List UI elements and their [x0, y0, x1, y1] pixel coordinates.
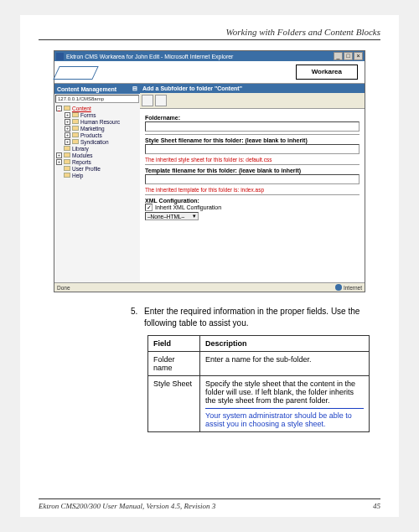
stylesheet-input[interactable]	[145, 144, 360, 154]
expand-icon[interactable]: +	[65, 112, 70, 118]
address-bar[interactable]: 127.0.0.1/CMS8amp	[55, 95, 139, 103]
logo-row: Workarea	[54, 61, 365, 84]
status-right: Internet	[344, 285, 362, 291]
maximize-button[interactable]: □	[344, 52, 353, 60]
expand-icon[interactable]: +	[65, 119, 70, 125]
folder-icon	[64, 106, 70, 111]
inherit-xml-row: ✓ Inherit XML Configuration	[145, 204, 360, 211]
window-controls: _ □ ×	[334, 52, 363, 60]
back-button[interactable]	[155, 95, 167, 106]
window-title: Ektron CMS Workarea for John Edit - Micr…	[66, 54, 233, 59]
fields-table: Field Description Folder name Enter a na…	[147, 335, 370, 432]
foldername-input[interactable]	[145, 121, 360, 132]
tree-item-library[interactable]: Library	[56, 145, 138, 152]
table-row: Style Sheet Specify the style sheet that…	[148, 376, 370, 432]
tree-item-user-profile[interactable]: User Profile	[56, 165, 138, 172]
status-bar: Done Internet	[54, 282, 365, 292]
table-row: Folder name Enter a name for the sub-fol…	[148, 352, 370, 376]
cell-desc: Enter a name for the sub-folder.	[200, 352, 370, 376]
admin-note: Your system administrator should be able…	[205, 408, 364, 428]
collapse-icon[interactable]: -	[56, 106, 62, 111]
xml-config-label: XML Configuration:	[145, 198, 360, 204]
content-area: Content Management ⊟ 127.0.0.1/CMS8amp -…	[54, 84, 365, 282]
ie-icon	[56, 53, 64, 60]
expand-icon[interactable]: +	[65, 132, 70, 138]
inherited-css-hint: The inherited style sheet for this folde…	[145, 157, 360, 163]
folder-icon	[64, 152, 70, 158]
tree-item-reports[interactable]: +Reports	[56, 158, 138, 165]
col-header-description: Description	[200, 336, 370, 352]
table-header-row: Field Description	[148, 336, 370, 352]
tree-item-hr[interactable]: +Human Resourc	[56, 118, 138, 125]
folder-icon	[72, 139, 79, 144]
ektron-logo	[54, 61, 122, 83]
folder-icon	[64, 166, 70, 171]
tree-item-marketing[interactable]: +Marketing	[56, 125, 138, 132]
inherit-xml-checkbox[interactable]: ✓	[145, 204, 153, 211]
cell-field: Folder name	[148, 352, 200, 376]
cell-desc: Specify the style sheet that the content…	[200, 376, 370, 432]
inherited-tpl-hint: The inherited template for this folder i…	[145, 187, 360, 193]
folder-icon	[72, 119, 79, 124]
chevron-down-icon: ▾	[193, 213, 196, 220]
tree-item-content[interactable]: -Content	[56, 105, 138, 111]
internet-zone-icon	[335, 284, 342, 291]
window-titlebar: Ektron CMS Workarea for John Edit - Micr…	[54, 51, 365, 61]
col-header-field: Field	[148, 336, 200, 352]
tree-item-modules[interactable]: +Modules	[56, 152, 138, 158]
expand-icon[interactable]: +	[65, 139, 70, 145]
page: Working with Folders and Content Blocks …	[20, 15, 399, 517]
form-body: Foldername: Style Sheet filename for thi…	[140, 109, 365, 282]
page-number: 45	[373, 502, 380, 510]
tree-item-forms[interactable]: +Forms	[56, 111, 138, 118]
folder-tree: -Content +Forms +Human Resourc +Marketin…	[54, 104, 140, 179]
folder-icon	[64, 173, 70, 178]
sidebar-header: Content Management ⊟	[54, 84, 140, 94]
folder-icon	[72, 132, 79, 137]
expand-icon[interactable]: +	[56, 159, 62, 165]
folder-icon	[72, 112, 79, 117]
step-text: Enter the required information in the pr…	[144, 306, 380, 328]
minimize-button[interactable]: _	[334, 52, 343, 60]
main-pane-header: Add a Subfolder to folder "Content"	[140, 84, 365, 93]
main-pane: Add a Subfolder to folder "Content" Fold…	[140, 84, 365, 282]
folder-icon	[72, 126, 79, 131]
page-footer: Ektron CMS200/300 User Manual, Version 4…	[39, 498, 380, 510]
sidebar: Content Management ⊟ 127.0.0.1/CMS8amp -…	[54, 84, 140, 282]
chapter-title: Working with Folders and Content Blocks	[39, 27, 380, 40]
step-number: 5.	[131, 306, 144, 328]
screenshot-window: Ektron CMS Workarea for John Edit - Micr…	[54, 50, 365, 292]
tree-item-help[interactable]: Help	[56, 172, 138, 178]
stylesheet-label: Style Sheet filename for this folder: (l…	[145, 137, 360, 143]
sidebar-toggle-icon[interactable]: ⊟	[132, 85, 137, 92]
close-button[interactable]: ×	[354, 52, 363, 60]
template-input[interactable]	[145, 174, 360, 184]
xml-config-select[interactable]: –None–HTML– ▾	[145, 212, 199, 220]
template-label: Template filename for this folder: (leav…	[145, 168, 360, 173]
cell-field: Style Sheet	[148, 376, 200, 432]
expand-icon[interactable]: +	[56, 152, 62, 158]
foldername-label: Foldername:	[145, 115, 360, 121]
toolbar	[140, 93, 365, 109]
save-button[interactable]	[142, 95, 153, 106]
workarea-label: Workarea	[296, 65, 358, 80]
tree-item-syndication[interactable]: +Syndication	[56, 138, 138, 145]
tree-item-products[interactable]: +Products	[56, 132, 138, 138]
step-5: 5. Enter the required information in the…	[131, 306, 380, 328]
folder-icon	[64, 146, 70, 151]
inherit-xml-label: Inherit XML Configuration	[155, 204, 221, 210]
expand-icon[interactable]: +	[65, 126, 70, 132]
status-left: Done	[57, 285, 70, 291]
folder-icon	[64, 159, 70, 164]
footer-left: Ektron CMS200/300 User Manual, Version 4…	[39, 502, 215, 510]
